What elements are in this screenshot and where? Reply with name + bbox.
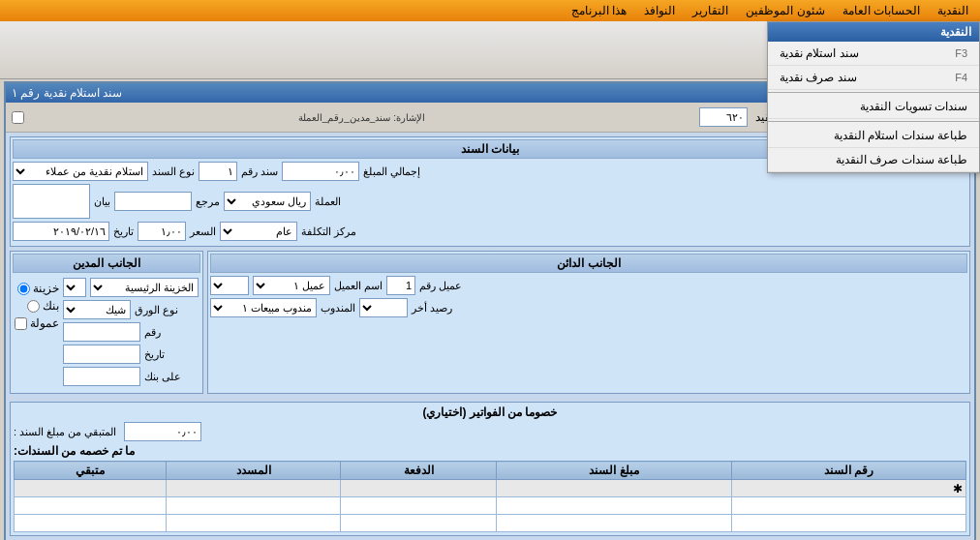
voucher-num-input2[interactable] (199, 162, 237, 181)
dropdown-divider-2 (768, 121, 979, 122)
cashier-dropdown-menu: النقدية F3 سند استلام نقدية F4 سند صرف ن… (767, 21, 980, 173)
table-row-1 (15, 497, 966, 515)
dropdown-item-receive[interactable]: F3 سند استلام نقدية (768, 42, 979, 66)
bank-input[interactable] (63, 367, 140, 386)
cell-2-2[interactable] (497, 515, 731, 532)
table-row-2 (15, 515, 966, 532)
remaining-input[interactable] (124, 422, 201, 441)
menu-item-windows[interactable]: النوافذ (636, 2, 683, 19)
cell-empty-4 (15, 480, 167, 497)
treasury-row: الخزينة الرئيسية (63, 278, 199, 297)
notes-textarea[interactable] (13, 184, 90, 219)
ref-input[interactable] (114, 192, 192, 211)
cost-center-select[interactable]: عام (220, 222, 297, 241)
cell-empty-1 (497, 480, 731, 497)
checkbox-commission-label[interactable]: عمولة (15, 316, 59, 330)
client-num-input[interactable] (386, 276, 415, 295)
total-amount-input[interactable] (282, 162, 359, 181)
client-name-select[interactable]: عميل ١ (253, 276, 330, 295)
cell-2-3[interactable] (341, 515, 497, 532)
col-voucher-amount: مبلغ السند (497, 462, 731, 480)
credit-row-1: عميل رقم اسم العميل عميل ١ (210, 276, 967, 295)
radio-bank-label[interactable]: بنك (15, 299, 59, 313)
bottom-section: خصوما من الفواتير (اختياري) المتبقي من م… (10, 402, 970, 536)
menu-item-employees[interactable]: شئون الموظفين (738, 2, 832, 19)
debit-content: الخزينة الرئيسية نوع الورق شيك رقم (13, 276, 200, 391)
paper-type-label: نوع الورق (135, 304, 178, 316)
client-num-label: عميل رقم (419, 280, 462, 292)
window-title: سند استلام نقدية رقم ١ (12, 86, 122, 100)
num-row: رقم (63, 322, 199, 342)
cell-2-4[interactable] (166, 515, 341, 532)
dropdown-item-pay[interactable]: F4 سند صرف نقدية (768, 66, 979, 90)
radio-treasury[interactable] (17, 283, 30, 295)
voucher-num-input[interactable] (699, 107, 748, 127)
dropdown-item-print-pay[interactable]: طباعة سندات صرف النقدية (768, 148, 979, 172)
menu-item-accounts[interactable]: الحسابات العامة (835, 2, 928, 19)
date-input[interactable] (13, 222, 109, 241)
cell-1-3[interactable] (341, 497, 497, 515)
client-name-label: اسم العميل (334, 280, 383, 292)
delegate-select[interactable]: مندوب مبيعات ١ (210, 298, 317, 317)
voucher-type-select[interactable]: استلام نقدية من عملاء (13, 162, 148, 181)
bottom-title: خصوما من الفواتير (اختياري) (14, 405, 966, 419)
record-info-bar: رقم القيد الإشارة: سند_مدين_رقم_العملة (12, 107, 800, 127)
total-amount-label: إجمالي المبلغ (363, 165, 420, 178)
checkbox-commission[interactable] (15, 317, 27, 330)
currency-select[interactable]: ريال سعودي (224, 192, 311, 211)
table-row-star: ✱ (15, 480, 966, 497)
treasury-select[interactable]: الخزينة الرئيسية (90, 278, 199, 297)
paper-type-row: نوع الورق شيك (63, 300, 199, 319)
balance-label: رصيد أخر (412, 302, 452, 315)
col-payment: الدفعة (341, 462, 497, 480)
cell-1-2[interactable] (497, 497, 731, 515)
cell-2-1[interactable] (731, 515, 965, 532)
dropdown-title: النقدية (768, 22, 979, 42)
credit-section: الجانب الدائن عميل رقم اسم العميل عميل ١… (207, 251, 970, 394)
col-remaining: متبقي (15, 462, 167, 480)
dropdown-item-settlements[interactable]: سندات تسويات النقدية (768, 95, 979, 119)
menu-item-about[interactable]: هذا البرنامج (564, 2, 634, 19)
menu-item-reports[interactable]: التقارير (685, 2, 736, 19)
cell-1-4[interactable] (166, 497, 341, 515)
num-input[interactable] (63, 322, 140, 342)
cell-1-5[interactable] (15, 497, 167, 515)
remaining-row: المتبقي من مبلغ السند : (14, 422, 966, 441)
remaining-label: المتبقي من مبلغ السند : (14, 426, 116, 438)
menu-item-cashier[interactable]: النقدية (930, 2, 976, 19)
debit-date-input[interactable] (63, 345, 140, 364)
treasury-code-select[interactable] (63, 278, 86, 297)
voucher-row-3: مركز التكلفة عام السعر تاريخ (13, 222, 967, 241)
table-header-row: رقم السند مبلغ السند الدفعة المسدد متبقي (15, 462, 966, 480)
debit-section: الجانب المدين الخزينة الرئيسية نوع الورق (10, 251, 203, 394)
cell-2-5[interactable] (15, 515, 167, 532)
debit-date-label: تاريخ (144, 348, 165, 361)
client-num-select[interactable] (210, 276, 249, 295)
sub-title: ما تم خصمه من السندات: (14, 444, 135, 458)
col-paid: المسدد (166, 462, 341, 480)
balance-select[interactable] (359, 298, 408, 317)
paper-type-select[interactable]: شيك (63, 300, 131, 319)
rate-label: السعر (190, 225, 216, 238)
credit-title: الجانب الدائن (210, 254, 967, 273)
record-checkbox[interactable] (12, 111, 24, 124)
dropdown-item-print-receive[interactable]: طباعة سندات استلام النقدية (768, 124, 979, 148)
treasury-area: الخزينة الرئيسية نوع الورق شيك رقم (63, 278, 199, 389)
bank-row: على بنك (63, 367, 199, 386)
voucher-row-2: العملة ريال سعودي مرجع بيان (13, 184, 967, 219)
credit-debit-sections: الجانب الدائن عميل رقم اسم العميل عميل ١… (10, 251, 970, 398)
delegate-label: المندوب (321, 302, 355, 315)
radio-treasury-label[interactable]: خزينة (15, 282, 59, 295)
cost-center-label: مركز التكلفة (301, 225, 356, 238)
form-content: بيانات السند إجمالي المبلغ سند رقم نوع ا… (6, 133, 974, 540)
debit-title: الجانب المدين (13, 254, 200, 273)
num-label: رقم (144, 326, 161, 339)
voucher-num-label2: سند رقم (241, 165, 278, 178)
radio-bank[interactable] (27, 300, 40, 313)
cell-1-1[interactable] (731, 497, 965, 515)
rate-input[interactable] (138, 222, 186, 241)
date-label: تاريخ (113, 225, 134, 238)
ref-label: مرجع (196, 195, 220, 208)
currency-label: العملة (315, 195, 341, 208)
cell-empty-2 (341, 480, 497, 497)
